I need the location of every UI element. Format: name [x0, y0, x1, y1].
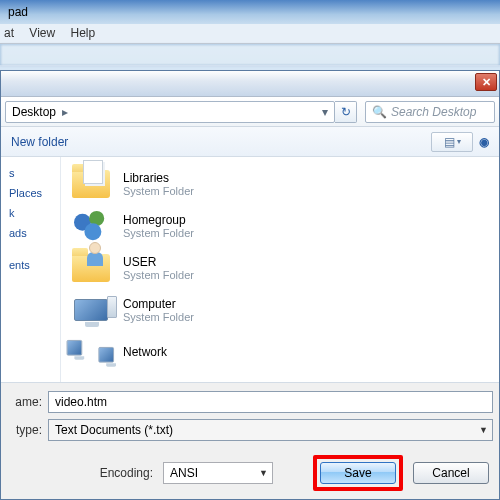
notepad-window: pad at View Help	[0, 0, 500, 65]
item-subtitle: System Folder	[123, 227, 194, 239]
search-input[interactable]: 🔍 Search Desktop	[365, 101, 495, 123]
breadcrumb-location: Desktop	[12, 105, 56, 119]
filename-label: ame:	[7, 395, 42, 409]
dialog-bottom-panel: ame: type: Text Documents (*.txt) ▼ Enco…	[1, 383, 499, 499]
sidebar-item[interactable]: ents	[5, 255, 56, 275]
item-title: Computer	[123, 297, 194, 311]
filetype-combo[interactable]: Text Documents (*.txt) ▼	[48, 419, 493, 441]
item-title: Homegroup	[123, 213, 194, 227]
chevron-down-icon: ▾	[457, 137, 461, 146]
chevron-down-icon: ▼	[479, 425, 488, 435]
save-button[interactable]: Save	[320, 462, 396, 484]
close-icon[interactable]: ✕	[475, 73, 497, 91]
list-item-user[interactable]: USER System Folder	[65, 247, 495, 289]
breadcrumb[interactable]: Desktop ▸ ▾	[5, 101, 335, 123]
user-folder-icon	[69, 248, 113, 288]
item-subtitle: System Folder	[123, 185, 194, 197]
chevron-down-icon[interactable]: ▾	[322, 105, 328, 119]
homegroup-icon	[69, 206, 113, 246]
cancel-button[interactable]: Cancel	[413, 462, 489, 484]
notepad-titlebar: pad	[0, 0, 500, 24]
menu-view[interactable]: View	[29, 26, 55, 40]
item-title: USER	[123, 255, 194, 269]
dialog-titlebar: ✕	[1, 71, 499, 97]
chevron-right-icon[interactable]: ▸	[62, 105, 68, 119]
encoding-value: ANSI	[170, 466, 198, 480]
help-icon[interactable]: ◉	[479, 135, 489, 149]
encoding-label: Encoding:	[100, 466, 153, 480]
refresh-button[interactable]: ↻	[335, 101, 357, 123]
list-item-computer[interactable]: Computer System Folder	[65, 289, 495, 331]
computer-icon	[69, 290, 113, 330]
network-icon	[69, 332, 113, 372]
file-list: Libraries System Folder Homegroup System…	[61, 157, 499, 382]
svg-point-2	[84, 223, 101, 240]
save-as-dialog: ✕ Desktop ▸ ▾ ↻ 🔍 Search Desktop New fol…	[0, 70, 500, 500]
list-item-network[interactable]: Network	[65, 331, 495, 373]
view-mode-button[interactable]: ▤ ▾	[431, 132, 473, 152]
notepad-editor-area	[0, 44, 500, 66]
nav-sidebar: s Places k ads ents	[1, 157, 61, 382]
save-button-highlight: Save	[313, 455, 403, 491]
sidebar-item[interactable]: ads	[5, 223, 56, 243]
chevron-down-icon: ▼	[259, 468, 268, 478]
list-item-libraries[interactable]: Libraries System Folder	[65, 163, 495, 205]
sidebar-item[interactable]: s	[5, 163, 56, 183]
new-folder-button[interactable]: New folder	[11, 135, 68, 149]
search-placeholder: Search Desktop	[391, 105, 476, 119]
dialog-content: s Places k ads ents Libraries System Fol…	[1, 157, 499, 383]
list-item-homegroup[interactable]: Homegroup System Folder	[65, 205, 495, 247]
save-button-label: Save	[344, 466, 371, 480]
search-icon: 🔍	[372, 105, 387, 119]
item-subtitle: System Folder	[123, 269, 194, 281]
dialog-navbar: Desktop ▸ ▾ ↻ 🔍 Search Desktop	[1, 97, 499, 127]
dialog-toolbar: New folder ▤ ▾ ◉	[1, 127, 499, 157]
notepad-title-text: pad	[8, 5, 28, 19]
filetype-label: type:	[7, 423, 42, 437]
cancel-button-label: Cancel	[432, 466, 469, 480]
filetype-value: Text Documents (*.txt)	[55, 423, 173, 437]
libraries-icon	[69, 164, 113, 204]
filename-input[interactable]	[48, 391, 493, 413]
refresh-icon: ↻	[341, 105, 351, 119]
view-list-icon: ▤	[444, 135, 455, 149]
menu-format[interactable]: at	[4, 26, 14, 40]
sidebar-item[interactable]: k	[5, 203, 56, 223]
item-subtitle: System Folder	[123, 311, 194, 323]
item-title: Libraries	[123, 171, 194, 185]
notepad-menubar: at View Help	[0, 24, 500, 44]
menu-help[interactable]: Help	[71, 26, 96, 40]
encoding-combo[interactable]: ANSI ▼	[163, 462, 273, 484]
sidebar-item[interactable]: Places	[5, 183, 56, 203]
item-title: Network	[123, 345, 167, 359]
